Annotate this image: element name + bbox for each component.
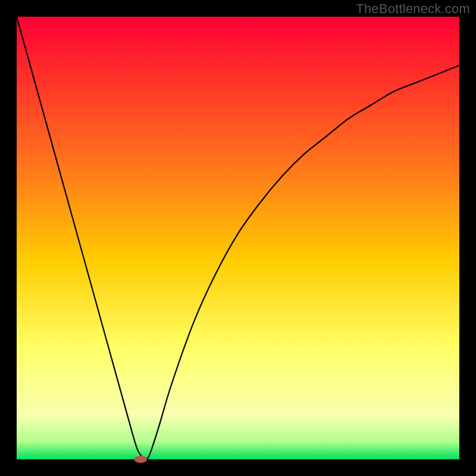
plot-background (17, 17, 459, 459)
bottleneck-chart (0, 0, 476, 476)
watermark-text: TheBottleneck.com (356, 1, 470, 17)
chart-frame: TheBottleneck.com (0, 0, 476, 476)
optimal-point-marker (134, 456, 147, 463)
